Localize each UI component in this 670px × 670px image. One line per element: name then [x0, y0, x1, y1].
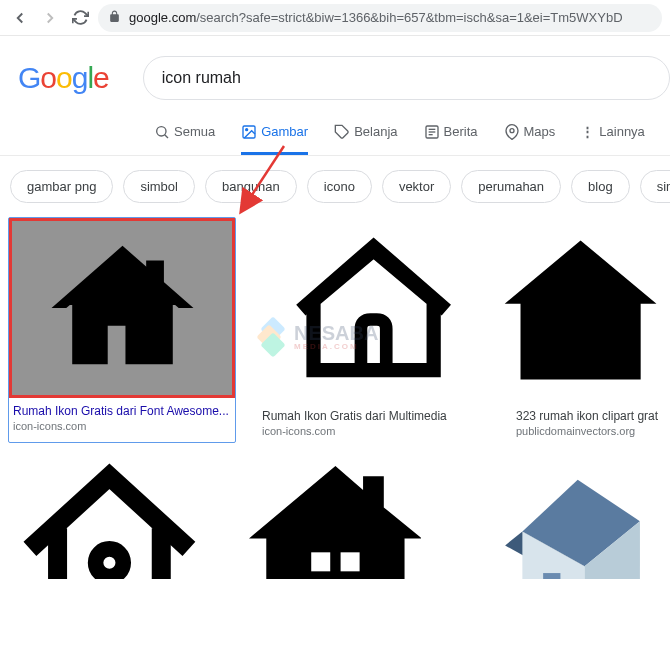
image-result-5[interactable] [233, 459, 436, 579]
search-icon [154, 124, 170, 140]
svg-point-3 [246, 128, 248, 130]
svg-point-0 [157, 126, 166, 135]
svg-line-1 [165, 134, 168, 137]
google-logo[interactable]: Google [18, 61, 109, 95]
house-icon [275, 231, 472, 389]
result-source: publicdomainvectors.org [512, 425, 670, 443]
house-icon [482, 231, 670, 389]
tab-images[interactable]: Gambar [241, 124, 308, 155]
map-icon [504, 124, 520, 140]
chip-bangunan[interactable]: bangunan [205, 170, 297, 203]
image-result-3[interactable]: 323 rumah ikon clipart grat publicdomain… [512, 217, 670, 443]
house-icon [29, 234, 216, 382]
watermark: NESABA MEDIA.COM [260, 320, 378, 354]
result-title: 323 rumah ikon clipart grat [512, 403, 670, 425]
image-result-6[interactable] [459, 459, 662, 579]
reload-button[interactable] [68, 6, 92, 30]
chip-gambar-png[interactable]: gambar png [10, 170, 113, 203]
tab-shopping[interactable]: Belanja [334, 124, 397, 155]
browser-toolbar: google.com/search?safe=strict&biw=1366&b… [0, 0, 670, 36]
chip-simbol[interactable]: simbol [123, 170, 195, 203]
chip-blog[interactable]: blog [571, 170, 630, 203]
result-source: icon-icons.com [9, 420, 235, 438]
image-result-4[interactable] [8, 459, 211, 579]
house-3d-icon [474, 459, 647, 579]
watermark-logo-icon [260, 320, 288, 354]
result-thumbnail[interactable] [258, 217, 490, 403]
chip-icono[interactable]: icono [307, 170, 372, 203]
result-thumbnail[interactable] [512, 217, 670, 403]
news-icon [424, 124, 440, 140]
search-box[interactable] [143, 56, 670, 100]
svg-rect-12 [340, 552, 359, 571]
result-title: Rumah Ikon Gratis dari Multimedia [258, 403, 490, 425]
image-icon [241, 124, 257, 140]
image-result-1[interactable]: Rumah Ikon Gratis dari Font Awesome... i… [8, 217, 236, 443]
chip-perumahan[interactable]: perumahan [461, 170, 561, 203]
svg-point-9 [510, 128, 514, 132]
search-tabs: Semua Gambar Belanja Berita Maps ⋮ Lainn… [0, 100, 670, 156]
tab-all[interactable]: Semua [154, 124, 215, 155]
chip-vektor[interactable]: vektor [382, 170, 451, 203]
tab-more[interactable]: ⋮ Lainnya [581, 124, 645, 154]
address-bar[interactable]: google.com/search?safe=strict&biw=1366&b… [98, 4, 662, 32]
image-results-row-2 [0, 443, 670, 579]
chip-sim[interactable]: sim [640, 170, 670, 203]
svg-rect-19 [543, 573, 560, 579]
tag-icon [334, 124, 350, 140]
lock-icon [108, 9, 121, 27]
search-input[interactable] [162, 69, 651, 87]
filter-chips: gambar png simbol bangunan icono vektor … [0, 156, 670, 217]
search-header: Google [0, 36, 670, 100]
tab-news[interactable]: Berita [424, 124, 478, 155]
svg-point-10 [96, 549, 124, 577]
result-source: icon-icons.com [258, 425, 490, 443]
forward-button[interactable] [38, 6, 62, 30]
tab-maps[interactable]: Maps [504, 124, 556, 155]
url-text: google.com/search?safe=strict&biw=1366&b… [129, 10, 623, 25]
result-title: Rumah Ikon Gratis dari Font Awesome... [9, 398, 235, 420]
house-icon [249, 459, 422, 579]
svg-rect-11 [311, 552, 330, 571]
more-icon: ⋮ [581, 124, 595, 139]
house-icon [23, 459, 196, 579]
back-button[interactable] [8, 6, 32, 30]
result-thumbnail[interactable] [9, 218, 235, 398]
